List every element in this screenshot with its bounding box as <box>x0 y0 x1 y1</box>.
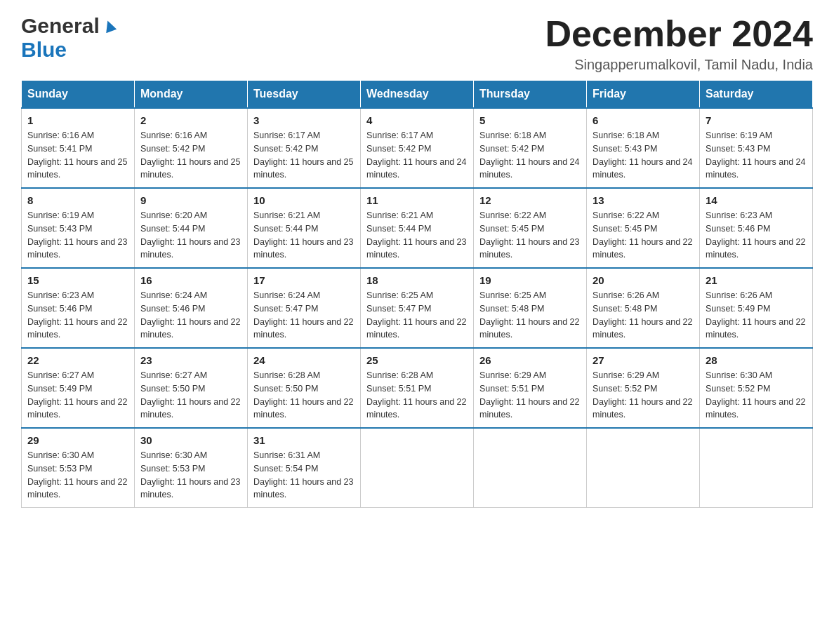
header-tuesday: Tuesday <box>248 81 361 109</box>
day-number: 27 <box>593 354 694 366</box>
day-number: 10 <box>253 194 355 206</box>
day-cell: 20 Sunrise: 6:26 AMSunset: 5:48 PMDaylig… <box>587 268 700 348</box>
day-number: 29 <box>27 434 128 446</box>
logo-blue-text: Blue <box>21 38 67 61</box>
day-number: 3 <box>253 114 355 126</box>
day-cell: 13 Sunrise: 6:22 AMSunset: 5:45 PMDaylig… <box>587 188 700 268</box>
day-cell: 9 Sunrise: 6:20 AMSunset: 5:44 PMDayligh… <box>135 188 248 268</box>
day-number: 25 <box>366 354 468 366</box>
day-info: Sunrise: 6:19 AMSunset: 5:43 PMDaylight:… <box>706 130 805 180</box>
header-friday: Friday <box>587 81 700 109</box>
weekday-header-row: Sunday Monday Tuesday Wednesday Thursday… <box>22 81 813 109</box>
day-info: Sunrise: 6:16 AMSunset: 5:41 PMDaylight:… <box>27 130 127 180</box>
week-row-4: 22 Sunrise: 6:27 AMSunset: 5:49 PMDaylig… <box>22 348 813 428</box>
day-info: Sunrise: 6:27 AMSunset: 5:49 PMDaylight:… <box>27 370 127 420</box>
day-cell: 29 Sunrise: 6:30 AMSunset: 5:53 PMDaylig… <box>22 428 135 508</box>
day-number: 8 <box>27 194 128 206</box>
day-cell: 19 Sunrise: 6:25 AMSunset: 5:48 PMDaylig… <box>474 268 587 348</box>
day-number: 2 <box>140 114 241 126</box>
day-cell: 1 Sunrise: 6:16 AMSunset: 5:41 PMDayligh… <box>22 108 135 188</box>
day-info: Sunrise: 6:30 AMSunset: 5:53 PMDaylight:… <box>27 450 127 499</box>
day-cell: 11 Sunrise: 6:21 AMSunset: 5:44 PMDaylig… <box>361 188 474 268</box>
day-number: 26 <box>479 354 581 366</box>
day-cell: 27 Sunrise: 6:29 AMSunset: 5:52 PMDaylig… <box>587 348 700 428</box>
header-saturday: Saturday <box>700 81 813 109</box>
day-cell: 5 Sunrise: 6:18 AMSunset: 5:42 PMDayligh… <box>474 108 587 188</box>
day-number: 12 <box>479 194 581 206</box>
day-info: Sunrise: 6:24 AMSunset: 5:46 PMDaylight:… <box>140 290 240 340</box>
day-cell: 12 Sunrise: 6:22 AMSunset: 5:45 PMDaylig… <box>474 188 587 268</box>
logo: General Blue <box>21 14 117 62</box>
week-row-3: 15 Sunrise: 6:23 AMSunset: 5:46 PMDaylig… <box>22 268 813 348</box>
day-cell: 10 Sunrise: 6:21 AMSunset: 5:44 PMDaylig… <box>248 188 361 268</box>
day-cell: 4 Sunrise: 6:17 AMSunset: 5:42 PMDayligh… <box>361 108 474 188</box>
day-cell: 15 Sunrise: 6:23 AMSunset: 5:46 PMDaylig… <box>22 268 135 348</box>
day-info: Sunrise: 6:21 AMSunset: 5:44 PMDaylight:… <box>253 210 353 260</box>
day-cell: 3 Sunrise: 6:17 AMSunset: 5:42 PMDayligh… <box>248 108 361 188</box>
header-sunday: Sunday <box>22 81 135 109</box>
header-monday: Monday <box>135 81 248 109</box>
day-number: 17 <box>253 274 355 286</box>
day-cell: 24 Sunrise: 6:28 AMSunset: 5:50 PMDaylig… <box>248 348 361 428</box>
page-header: General Blue December 2024 Singapperumal… <box>21 14 813 73</box>
day-cell: 23 Sunrise: 6:27 AMSunset: 5:50 PMDaylig… <box>135 348 248 428</box>
day-info: Sunrise: 6:17 AMSunset: 5:42 PMDaylight:… <box>253 130 353 180</box>
day-info: Sunrise: 6:22 AMSunset: 5:45 PMDaylight:… <box>479 210 579 260</box>
month-year-title: December 2024 <box>545 14 813 54</box>
title-section: December 2024 Singapperumalkovil, Tamil … <box>545 14 813 73</box>
logo-triangle-icon <box>102 19 117 36</box>
header-wednesday: Wednesday <box>361 81 474 109</box>
day-info: Sunrise: 6:16 AMSunset: 5:42 PMDaylight:… <box>140 130 240 180</box>
day-cell: 28 Sunrise: 6:30 AMSunset: 5:52 PMDaylig… <box>700 348 813 428</box>
day-number: 5 <box>479 114 581 126</box>
day-info: Sunrise: 6:18 AMSunset: 5:42 PMDaylight:… <box>479 130 579 180</box>
day-info: Sunrise: 6:23 AMSunset: 5:46 PMDaylight:… <box>27 290 127 340</box>
svg-marker-0 <box>102 19 117 33</box>
week-row-2: 8 Sunrise: 6:19 AMSunset: 5:43 PMDayligh… <box>22 188 813 268</box>
day-info: Sunrise: 6:29 AMSunset: 5:51 PMDaylight:… <box>479 370 579 420</box>
day-cell <box>587 428 700 508</box>
day-cell: 8 Sunrise: 6:19 AMSunset: 5:43 PMDayligh… <box>22 188 135 268</box>
day-cell: 18 Sunrise: 6:25 AMSunset: 5:47 PMDaylig… <box>361 268 474 348</box>
day-info: Sunrise: 6:23 AMSunset: 5:46 PMDaylight:… <box>706 210 805 260</box>
day-number: 4 <box>366 114 468 126</box>
day-cell: 16 Sunrise: 6:24 AMSunset: 5:46 PMDaylig… <box>135 268 248 348</box>
day-cell: 22 Sunrise: 6:27 AMSunset: 5:49 PMDaylig… <box>22 348 135 428</box>
day-info: Sunrise: 6:18 AMSunset: 5:43 PMDaylight:… <box>593 130 692 180</box>
week-row-5: 29 Sunrise: 6:30 AMSunset: 5:53 PMDaylig… <box>22 428 813 508</box>
day-cell: 21 Sunrise: 6:26 AMSunset: 5:49 PMDaylig… <box>700 268 813 348</box>
day-info: Sunrise: 6:30 AMSunset: 5:52 PMDaylight:… <box>706 370 805 420</box>
day-cell <box>361 428 474 508</box>
day-number: 13 <box>593 194 694 206</box>
day-info: Sunrise: 6:25 AMSunset: 5:48 PMDaylight:… <box>479 290 579 340</box>
day-info: Sunrise: 6:25 AMSunset: 5:47 PMDaylight:… <box>366 290 466 340</box>
day-cell: 17 Sunrise: 6:24 AMSunset: 5:47 PMDaylig… <box>248 268 361 348</box>
day-cell: 30 Sunrise: 6:30 AMSunset: 5:53 PMDaylig… <box>135 428 248 508</box>
day-cell: 7 Sunrise: 6:19 AMSunset: 5:43 PMDayligh… <box>700 108 813 188</box>
day-cell: 31 Sunrise: 6:31 AMSunset: 5:54 PMDaylig… <box>248 428 361 508</box>
day-number: 18 <box>366 274 468 286</box>
header-thursday: Thursday <box>474 81 587 109</box>
logo-general-text: General <box>21 14 100 38</box>
day-number: 16 <box>140 274 241 286</box>
day-cell: 2 Sunrise: 6:16 AMSunset: 5:42 PMDayligh… <box>135 108 248 188</box>
day-info: Sunrise: 6:26 AMSunset: 5:49 PMDaylight:… <box>706 290 805 340</box>
day-number: 1 <box>27 114 128 126</box>
day-info: Sunrise: 6:21 AMSunset: 5:44 PMDaylight:… <box>366 210 466 260</box>
day-number: 14 <box>706 194 807 206</box>
day-cell: 26 Sunrise: 6:29 AMSunset: 5:51 PMDaylig… <box>474 348 587 428</box>
day-info: Sunrise: 6:17 AMSunset: 5:42 PMDaylight:… <box>366 130 466 180</box>
day-info: Sunrise: 6:29 AMSunset: 5:52 PMDaylight:… <box>593 370 692 420</box>
day-number: 31 <box>253 434 355 446</box>
calendar-table: Sunday Monday Tuesday Wednesday Thursday… <box>21 80 813 508</box>
day-number: 22 <box>27 354 128 366</box>
day-info: Sunrise: 6:30 AMSunset: 5:53 PMDaylight:… <box>140 450 240 499</box>
day-cell: 14 Sunrise: 6:23 AMSunset: 5:46 PMDaylig… <box>700 188 813 268</box>
day-cell <box>700 428 813 508</box>
day-info: Sunrise: 6:24 AMSunset: 5:47 PMDaylight:… <box>253 290 353 340</box>
day-number: 21 <box>706 274 807 286</box>
day-info: Sunrise: 6:20 AMSunset: 5:44 PMDaylight:… <box>140 210 240 260</box>
day-number: 30 <box>140 434 241 446</box>
day-number: 20 <box>593 274 694 286</box>
day-info: Sunrise: 6:28 AMSunset: 5:50 PMDaylight:… <box>253 370 353 420</box>
